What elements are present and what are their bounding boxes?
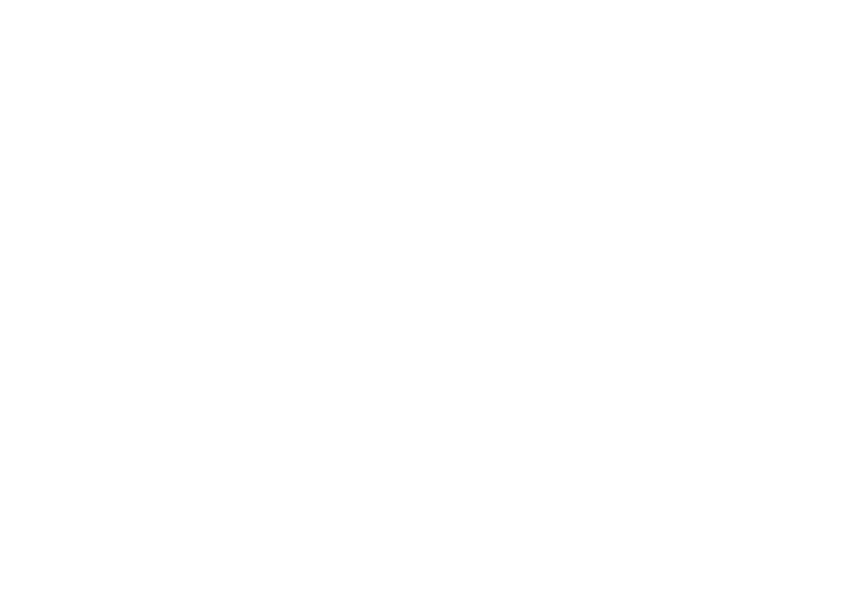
format-matrix — [42, 40, 222, 76]
content — [13, 40, 855, 76]
